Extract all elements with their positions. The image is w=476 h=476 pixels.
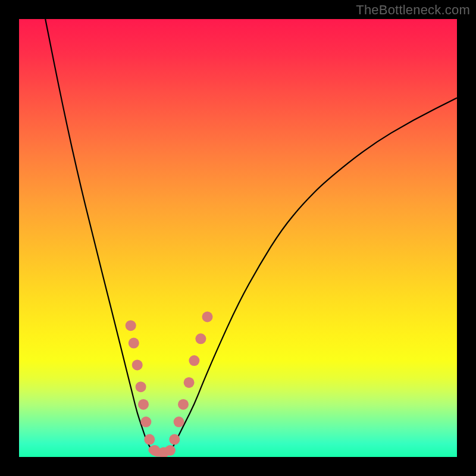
marker-dot bbox=[202, 312, 213, 322]
marker-dot bbox=[189, 355, 199, 366]
marker-dot bbox=[195, 333, 206, 344]
marker-dot bbox=[126, 320, 136, 331]
chart-svg bbox=[19, 19, 457, 457]
marker-dot bbox=[169, 434, 180, 445]
marker-dot bbox=[129, 338, 139, 349]
marker-dot bbox=[184, 377, 195, 388]
marker-dot bbox=[138, 399, 149, 410]
watermark-text: TheBottleneck.com bbox=[356, 2, 470, 18]
marker-dots-group bbox=[126, 312, 213, 458]
right-curve bbox=[168, 98, 457, 455]
marker-dot bbox=[165, 445, 176, 456]
marker-dot bbox=[136, 381, 146, 392]
marker-dot bbox=[144, 434, 155, 445]
marker-dot bbox=[132, 359, 143, 370]
chart-frame: TheBottleneck.com bbox=[0, 0, 476, 476]
marker-dot bbox=[178, 399, 189, 410]
marker-dot bbox=[140, 416, 151, 427]
marker-dot bbox=[174, 416, 184, 427]
